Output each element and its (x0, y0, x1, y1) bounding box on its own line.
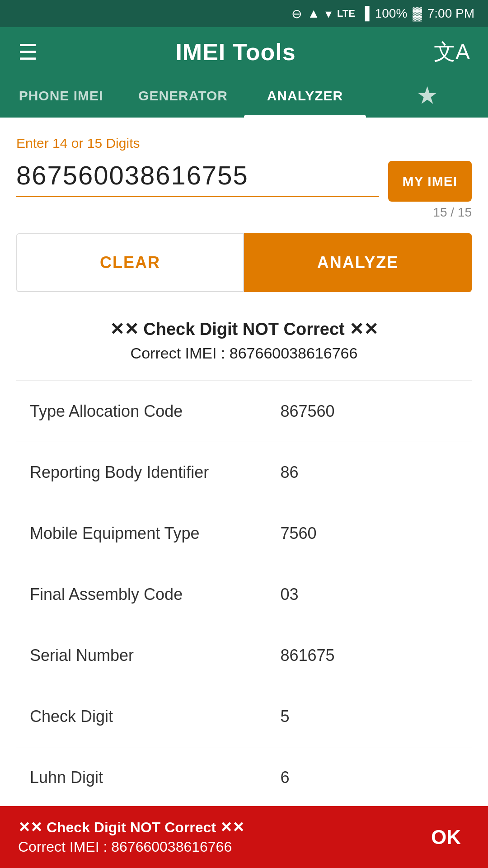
banner-text: ✕✕ Check Digit NOT Correct ✕✕ Correct IM… (18, 819, 422, 855)
row-value: 7560 (267, 503, 472, 564)
table-row: Check Digit5 (16, 686, 472, 747)
row-label: Type Allocation Code (16, 381, 267, 442)
result-table: Type Allocation Code867560Reporting Body… (16, 381, 472, 808)
tab-generator[interactable]: GENERATOR (122, 77, 244, 118)
row-value: 5 (267, 686, 472, 747)
error-line1: ✕✕ Check Digit NOT Correct ✕✕ (30, 319, 458, 339)
imei-input[interactable] (16, 156, 379, 197)
time-label: 7:00 PM (427, 6, 474, 21)
row-label: Luhn Digit (16, 747, 267, 808)
status-icons: ⊖ ▲ ▾ LTE ▐ 100% ▓ 7:00 PM (291, 6, 474, 21)
input-row: MY IMEI (16, 156, 472, 202)
table-row: Final Assembly Code03 (16, 564, 472, 625)
mobile-signal-icon: ▐ (361, 6, 370, 21)
banner-line2: Correct IMEI : 867660038616766 (18, 839, 422, 855)
clear-button[interactable]: CLEAR (16, 233, 244, 292)
table-row: Type Allocation Code867560 (16, 381, 472, 442)
app-bar: ☰ IMEI Tools 文A (0, 27, 488, 77)
action-row: CLEAR ANALYZE (16, 233, 472, 292)
row-label: Check Digit (16, 686, 267, 747)
tab-phone-imei[interactable]: PHONE IMEI (0, 77, 122, 118)
input-hint: Enter 14 or 15 Digits (16, 136, 472, 151)
char-count: 15 / 15 (16, 205, 472, 220)
status-bar: ⊖ ▲ ▾ LTE ▐ 100% ▓ 7:00 PM (0, 0, 488, 27)
main-content: Enter 14 or 15 Digits MY IMEI 15 / 15 CL… (0, 118, 488, 822)
error-message: ✕✕ Check Digit NOT Correct ✕✕ Correct IM… (16, 310, 472, 381)
tab-phone-imei-label: PHONE IMEI (19, 88, 103, 104)
tab-generator-label: GENERATOR (138, 88, 228, 104)
battery-label: 100% (375, 6, 408, 21)
lte-icon: LTE (337, 8, 355, 19)
app-title: IMEI Tools (175, 38, 296, 66)
table-row: Luhn Digit6 (16, 747, 472, 808)
tabs-bar: PHONE IMEI GENERATOR ANALYZER ★ (0, 77, 488, 118)
translate-icon[interactable]: 文A (434, 38, 470, 66)
my-imei-button[interactable]: MY IMEI (388, 161, 472, 202)
star-icon: ★ (418, 84, 436, 108)
table-row: Reporting Body Identifier86 (16, 442, 472, 503)
row-value: 867560 (267, 381, 472, 442)
bottom-banner: ✕✕ Check Digit NOT Correct ✕✕ Correct IM… (0, 806, 488, 868)
table-row: Mobile Equipment Type7560 (16, 503, 472, 564)
row-label: Reporting Body Identifier (16, 442, 267, 503)
analyze-button[interactable]: ANALYZE (244, 233, 472, 292)
ok-button[interactable]: OK (422, 821, 470, 853)
error-line2: Correct IMEI : 867660038616766 (30, 344, 458, 362)
table-row: Serial Number861675 (16, 625, 472, 686)
row-value: 03 (267, 564, 472, 625)
row-value: 861675 (267, 625, 472, 686)
tab-analyzer-label: ANALYZER (267, 88, 343, 104)
imei-input-wrapper (16, 156, 379, 197)
tab-analyzer[interactable]: ANALYZER (244, 77, 366, 118)
signal-icon: ▲ (307, 6, 320, 21)
row-label: Final Assembly Code (16, 564, 267, 625)
row-value: 86 (267, 442, 472, 503)
row-value: 6 (267, 747, 472, 808)
menu-icon[interactable]: ☰ (18, 39, 38, 65)
battery-icon: ▓ (413, 6, 422, 21)
wifi-icon: ▾ (325, 6, 332, 21)
mute-icon: ⊖ (291, 6, 302, 21)
row-label: Mobile Equipment Type (16, 503, 267, 564)
banner-line1: ✕✕ Check Digit NOT Correct ✕✕ (18, 819, 422, 836)
tab-favorites[interactable]: ★ (366, 77, 488, 118)
row-label: Serial Number (16, 625, 267, 686)
